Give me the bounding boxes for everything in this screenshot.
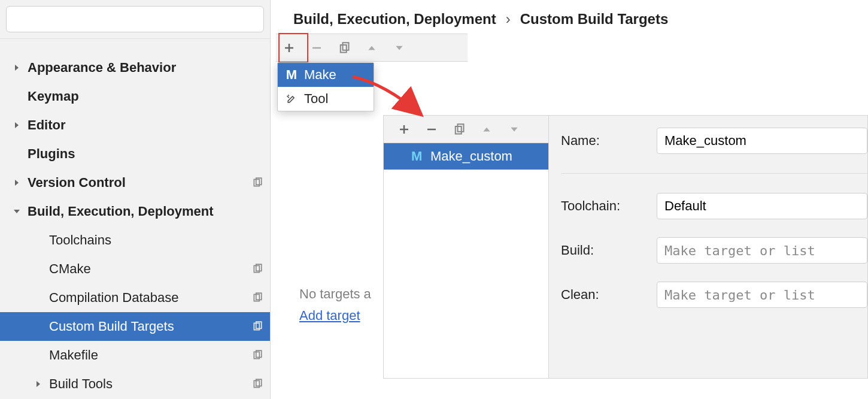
tree-cmake[interactable]: CMake [0,255,270,283]
popup-item-tool[interactable]: Tool [278,87,374,111]
chevron-down-icon [12,207,22,216]
copy-icon [252,264,263,274]
tree-label: Toolchains [49,232,263,248]
move-up-button[interactable] [477,120,496,139]
settings-tree: Appearance & Behavior Keymap Editor Plug… [0,39,270,399]
tree-label: Build, Execution, Deployment [28,204,263,219]
target-list-pane: M Make_custom [384,116,549,378]
tree-label: Keymap [28,89,263,104]
add-target-link[interactable]: Add target [299,308,360,323]
tree-label: CMake [49,261,252,277]
popup-label: Make [304,67,336,83]
copy-button[interactable] [335,38,354,58]
sidebar: Appearance & Behavior Keymap Editor Plug… [0,0,271,399]
tree-label: Build Tools [49,376,252,392]
chevron-right-icon [12,178,22,188]
tree-keymap[interactable]: Keymap [0,82,270,111]
target-list-toolbar [384,116,548,143]
move-up-button[interactable] [362,38,381,58]
copy-icon [252,350,263,361]
breadcrumb-b[interactable]: Custom Build Targets [520,11,669,28]
move-down-button[interactable] [505,120,524,139]
svg-rect-17 [341,45,347,53]
target-list-label: Make_custom [430,149,512,164]
remove-button[interactable] [422,120,441,139]
name-input[interactable] [657,128,867,154]
toolchain-label: Toolchain: [561,198,654,214]
targets-toolbar [276,34,468,62]
tree-editor[interactable]: Editor [0,111,270,140]
copy-icon [252,379,263,389]
tree-label: Custom Build Targets [49,319,252,334]
tools-icon [285,92,298,105]
copy-button[interactable] [450,120,469,139]
target-list-item[interactable]: M Make_custom [384,143,548,170]
target-form: Name: Toolchain: Build: Clean: [549,116,867,378]
search-wrap [0,0,270,39]
breadcrumb-a[interactable]: Build, Execution, Deployment [293,11,496,28]
svg-rect-18 [343,43,349,50]
chevron-right-icon [34,379,43,389]
name-label: Name: [561,133,654,149]
no-targets-message: No targets a Add target [299,286,371,324]
copy-icon [252,292,263,303]
target-list: M Make_custom [384,143,548,378]
clean-label: Clean: [561,287,654,303]
tree-label: Editor [28,117,263,133]
tree-build-tools[interactable]: Build Tools [0,370,270,398]
add-button[interactable] [280,38,299,58]
tree-label: Compilation Database [49,290,252,306]
svg-rect-23 [458,124,464,132]
tree-build-exec[interactable]: Build, Execution, Deployment [0,197,270,226]
tree-toolchains[interactable]: Toolchains [0,226,270,255]
tree-label: Appearance & Behavior [28,60,263,75]
make-icon: M [285,68,298,81]
chevron-right-icon [12,120,22,130]
tree-appearance[interactable]: Appearance & Behavior [0,53,270,82]
tree-compilation-db[interactable]: Compilation Database [0,283,270,312]
move-down-button[interactable] [390,38,409,58]
chevron-right-icon [12,63,22,72]
tree-label: Makefile [49,347,252,363]
svg-rect-22 [456,126,462,134]
tree-version-control[interactable]: Version Control [0,168,270,197]
tree-plugins[interactable]: Plugins [0,140,270,168]
tree-custom-build-targets[interactable]: Custom Build Targets [0,312,270,341]
tree-label: Version Control [28,175,252,191]
breadcrumb: Build, Execution, Deployment › Custom Bu… [293,11,668,28]
toolchain-select[interactable] [657,193,867,219]
breadcrumb-sep: › [506,11,511,28]
popup-item-make[interactable]: M Make [278,63,374,87]
add-button[interactable] [394,120,414,139]
build-label: Build: [561,243,654,258]
clean-input[interactable] [657,282,867,308]
remove-button[interactable] [307,38,326,58]
no-targets-text: No targets a [299,286,371,302]
popup-label: Tool [304,91,328,107]
copy-icon [252,321,263,332]
make-icon: M [411,149,424,164]
build-input[interactable] [657,237,867,264]
form-divider [561,173,867,174]
tree-label: Plugins [28,146,263,162]
tree-makefile[interactable]: Makefile [0,341,270,370]
target-editor-panel: M Make_custom Name: Toolchain: Build: Cl… [383,115,868,379]
copy-icon [252,177,263,188]
search-input[interactable] [6,6,264,32]
add-type-popup: M Make Tool [277,62,374,111]
